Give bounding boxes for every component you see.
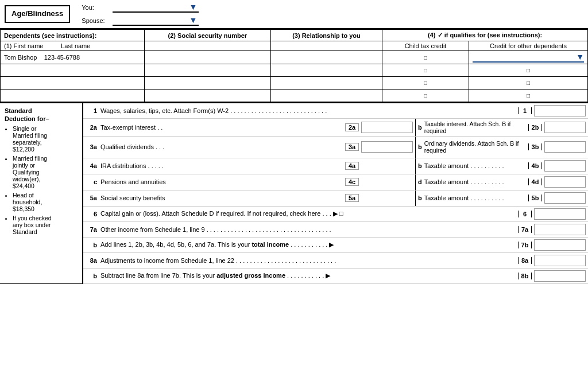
list-item: Married filingjointly orQualifyingwidow(… (13, 155, 78, 189)
line-8a-input[interactable] (534, 255, 586, 266)
table-row: Tom Bishop 123-45-6788 □ ▼ (1, 51, 588, 64)
line-3b-letter: b (418, 143, 422, 150)
line-3b-input[interactable] (544, 141, 586, 153)
line-1-row: 1 Wages, salaries, tips, etc. Attach For… (83, 103, 588, 119)
spouse-dropdown[interactable]: ▼ (113, 15, 199, 26)
line-7b-input[interactable] (534, 239, 586, 251)
line-4b-desc: Taxable amount . . . . . . . . . . (424, 162, 528, 169)
dependents-subheader-row: (1) First name Last name Child tax credi… (1, 41, 588, 51)
line-4b-input[interactable] (544, 160, 586, 172)
line-5a-ref: 5a (345, 194, 359, 202)
line-4d-input[interactable] (544, 176, 586, 188)
other-dep-checkbox-2[interactable]: □ (527, 67, 530, 73)
line-3a-num: 3a (86, 143, 97, 150)
you-label: You: (82, 4, 109, 11)
child-tax-checkbox-4[interactable]: □ (424, 92, 427, 99)
line-7a-row: 7a Other income from Schedule 1, line 9 … (83, 222, 588, 238)
line-1-num: 1 (86, 107, 97, 114)
line-4c-row: c Pensions and annuities 4c d Taxable am… (83, 174, 588, 190)
line-8b-input[interactable] (534, 270, 586, 282)
line-2a-input[interactable] (361, 122, 413, 133)
line-6-desc: Capital gain or (loss). Attach Schedule … (100, 210, 518, 217)
line-7b-desc: Add lines 1, 2b, 3b, 4b, 4d, 5b, 6, and … (100, 241, 518, 248)
line-5a-num: 5a (86, 195, 97, 201)
line-5a-row: 5a Social security benefits 5a b Taxable… (83, 190, 588, 207)
line-7b-row: b Add lines 1, 2b, 3b, 4b, 4d, 5b, 6, an… (83, 238, 588, 253)
line-6-row: 6 Capital gain or (loss). Attach Schedul… (83, 207, 588, 222)
line-3a-ref: 3a (345, 143, 359, 151)
line-7a-num: 7a (86, 226, 97, 233)
list-item: Head ofhousehold,$18,350 (13, 192, 78, 212)
line-4c-letter: c (86, 178, 97, 185)
line-8a-num: 8a (86, 257, 97, 264)
table-row: □ □ (1, 64, 588, 77)
line-7a-ref: 7a (518, 226, 532, 233)
line-7b-ref: 7b (518, 242, 532, 248)
sidebar-title: Standard Deduction for– (5, 107, 78, 123)
line-7a-input[interactable] (534, 224, 586, 235)
line-3a-desc: Qualified dividends . . . (100, 143, 345, 150)
other-dep-dropdown-arrow-1: ▼ (576, 52, 584, 61)
you-dropdown[interactable]: ▼ (113, 2, 199, 13)
line-4d-desc: Taxable amount . . . . . . . . . . (424, 178, 528, 185)
line-2a-desc: Tax-exempt interest . . (100, 124, 345, 131)
line-2a-ref: 2a (345, 123, 359, 131)
spouse-row: Spouse: ▼ (82, 15, 199, 26)
lines-section: 1 Wages, salaries, tips, etc. Attach For… (83, 103, 588, 284)
line-2b-ref: 2b (528, 124, 542, 131)
line-2-row: 2a Tax-exempt interest . . 2a b Taxable … (83, 119, 588, 137)
other-dep-dropdown-1[interactable]: ▼ (473, 52, 584, 63)
line-1-ref: 1 (518, 107, 532, 114)
line-6-ref: 6 (518, 211, 532, 217)
line-8b-row: b Subtract line 8a from line 7b. This is… (83, 269, 588, 284)
spouse-label: Spouse: (82, 17, 109, 24)
line-8a-desc: Adjustments to income from Schedule 1, l… (100, 257, 518, 264)
line-6-num: 6 (86, 211, 97, 217)
line-6-input[interactable] (534, 208, 586, 220)
line-3b-desc: Ordinary dividends. Attach Sch. B if req… (424, 140, 528, 154)
line-5a-desc: Social security benefits (100, 195, 345, 201)
line-5b-letter: b (418, 195, 422, 201)
line-2b-input[interactable] (544, 122, 586, 133)
table-row: □ □ (1, 90, 588, 102)
line-4c-desc: Pensions and annuities (100, 178, 345, 185)
line-3-row: 3a Qualified dividends . . . 3a b Ordina… (83, 137, 588, 158)
line-4a-row: 4a IRA distributions . . . . . 4a b Taxa… (83, 158, 588, 174)
line-5b-desc: Taxable amount . . . . . . . . . . (424, 195, 528, 201)
line-4a-ref: 4a (345, 162, 359, 170)
line-5b-ref: 5b (528, 195, 542, 201)
age-blindness-box: Age/Blindness (5, 5, 70, 22)
other-dep-checkbox-3[interactable]: □ (527, 80, 530, 86)
line-8b-letter: b (86, 273, 97, 279)
line-4b-ref: 4b (528, 162, 542, 169)
line-1-input[interactable] (534, 105, 586, 116)
line-2b-letter: b (418, 124, 422, 131)
line-8a-row: 8a Adjustments to income from Schedule 1… (83, 253, 588, 269)
child-tax-checkbox-2[interactable]: □ (424, 67, 427, 73)
child-tax-checkbox-1[interactable]: □ (424, 55, 427, 61)
line-4a-num: 4a (86, 162, 97, 169)
line-1-desc: Wages, salaries, tips, etc. Attach Form(… (100, 107, 518, 114)
other-dep-checkbox-4[interactable]: □ (527, 92, 530, 99)
line-3b-ref: 3b (528, 143, 542, 150)
line-4a-desc: IRA distributions . . . . . (100, 162, 345, 169)
line-4d-ref: 4d (528, 178, 542, 185)
dependents-header: Dependents (see instructions): (4, 32, 96, 39)
dependents-header-row: Dependents (see instructions): (2) Socia… (1, 30, 588, 41)
line-7a-desc: Other income from Schedule 1, line 9 . .… (100, 226, 518, 233)
line-4b-letter: b (418, 162, 422, 169)
child-tax-checkbox-3[interactable]: □ (424, 80, 427, 86)
list-item: Single orMarried filingseparately,$12,20… (13, 125, 78, 153)
table-row: □ □ (1, 77, 588, 90)
sidebar-list: Single orMarried filingseparately,$12,20… (5, 125, 78, 235)
line-2a-num: 2a (86, 124, 97, 131)
standard-deduction-sidebar: Standard Deduction for– Single orMarried… (0, 103, 83, 284)
you-dropdown-arrow: ▼ (189, 2, 197, 11)
line-8b-ref: 8b (518, 273, 532, 279)
list-item: If you checkedany box underStandard (13, 215, 78, 235)
line-7b-letter: b (86, 242, 97, 248)
line-3a-input[interactable] (361, 141, 413, 153)
you-row: You: ▼ (82, 2, 199, 13)
line-8a-ref: 8a (518, 257, 532, 264)
line-5b-input[interactable] (544, 192, 586, 204)
